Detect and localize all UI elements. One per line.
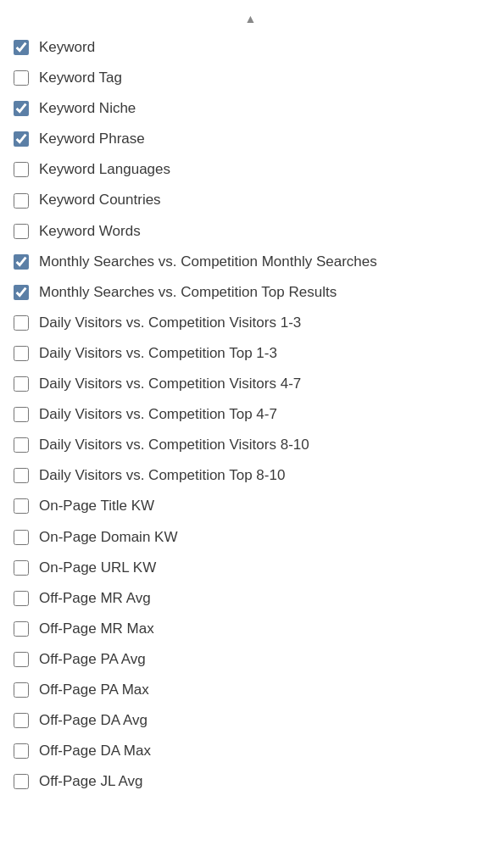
label-keyword-niche[interactable]: Keyword Niche (39, 99, 136, 118)
checkbox-off-page-da-max[interactable] (14, 743, 29, 759)
checkbox-item-on-page-url-kw[interactable]: On-Page URL KW (10, 553, 491, 583)
checkbox-monthly-searches-competition-monthly[interactable] (14, 254, 29, 270)
label-monthly-searches-competition-top[interactable]: Monthly Searches vs. Competition Top Res… (39, 283, 337, 302)
label-daily-visitors-competition-top-4-7[interactable]: Daily Visitors vs. Competition Top 4-7 (39, 405, 277, 424)
checkbox-off-page-pa-avg[interactable] (14, 652, 29, 667)
checkbox-item-daily-visitors-competition-top-1-3[interactable]: Daily Visitors vs. Competition Top 1-3 (10, 338, 491, 369)
checkbox-item-off-page-jl-avg[interactable]: Off-Page JL Avg (10, 766, 491, 797)
checkbox-daily-visitors-competition-visitors-1-3[interactable] (14, 315, 29, 331)
checkbox-off-page-da-avg[interactable] (14, 713, 29, 728)
label-off-page-jl-avg[interactable]: Off-Page JL Avg (39, 772, 143, 791)
checkbox-daily-visitors-competition-top-4-7[interactable] (14, 407, 29, 422)
label-keyword-tag[interactable]: Keyword Tag (39, 69, 122, 87)
checkbox-item-monthly-searches-competition-top[interactable]: Monthly Searches vs. Competition Top Res… (10, 277, 491, 308)
label-keyword[interactable]: Keyword (39, 38, 95, 57)
checkbox-daily-visitors-competition-top-8-10[interactable] (14, 468, 29, 483)
checkbox-keyword-words[interactable] (14, 224, 29, 239)
label-off-page-da-max[interactable]: Off-Page DA Max (39, 742, 151, 760)
checkbox-on-page-title-kw[interactable] (14, 498, 29, 514)
label-daily-visitors-competition-visitors-8-10[interactable]: Daily Visitors vs. Competition Visitors … (39, 436, 309, 454)
label-monthly-searches-competition-monthly[interactable]: Monthly Searches vs. Competition Monthly… (39, 253, 377, 271)
checkbox-daily-visitors-competition-top-1-3[interactable] (14, 346, 29, 361)
checkbox-item-on-page-title-kw[interactable]: On-Page Title KW (10, 491, 491, 521)
checkbox-item-on-page-domain-kw[interactable]: On-Page Domain KW (10, 522, 491, 553)
checkbox-list: KeywordKeyword TagKeyword NicheKeyword P… (0, 32, 501, 797)
checkbox-item-off-page-mr-avg[interactable]: Off-Page MR Avg (10, 583, 491, 614)
checkbox-item-daily-visitors-competition-visitors-4-7[interactable]: Daily Visitors vs. Competition Visitors … (10, 369, 491, 399)
checkbox-keyword-tag[interactable] (14, 70, 29, 86)
checkbox-item-off-page-pa-max[interactable]: Off-Page PA Max (10, 675, 491, 705)
checkbox-item-daily-visitors-competition-top-4-7[interactable]: Daily Visitors vs. Competition Top 4-7 (10, 399, 491, 430)
checkbox-item-keyword-tag[interactable]: Keyword Tag (10, 63, 491, 93)
checkbox-item-off-page-mr-max[interactable]: Off-Page MR Max (10, 614, 491, 644)
label-off-page-da-avg[interactable]: Off-Page DA Avg (39, 711, 148, 730)
checkbox-off-page-mr-max[interactable] (14, 621, 29, 637)
label-keyword-languages[interactable]: Keyword Languages (39, 160, 170, 179)
checkbox-off-page-pa-max[interactable] (14, 682, 29, 698)
label-off-page-mr-avg[interactable]: Off-Page MR Avg (39, 589, 151, 608)
checkbox-keyword[interactable] (14, 40, 29, 55)
checkbox-off-page-mr-avg[interactable] (14, 591, 29, 606)
label-daily-visitors-competition-visitors-4-7[interactable]: Daily Visitors vs. Competition Visitors … (39, 375, 301, 393)
label-on-page-title-kw[interactable]: On-Page Title KW (39, 497, 154, 515)
checkbox-on-page-url-kw[interactable] (14, 560, 29, 576)
label-daily-visitors-competition-visitors-1-3[interactable]: Daily Visitors vs. Competition Visitors … (39, 314, 301, 332)
checkbox-item-keyword-niche[interactable]: Keyword Niche (10, 93, 491, 124)
checkbox-keyword-languages[interactable] (14, 162, 29, 177)
checkbox-item-keyword[interactable]: Keyword (10, 32, 491, 63)
checkbox-keyword-countries[interactable] (14, 193, 29, 209)
checkbox-item-off-page-da-max[interactable]: Off-Page DA Max (10, 736, 491, 766)
checkbox-item-daily-visitors-competition-visitors-8-10[interactable]: Daily Visitors vs. Competition Visitors … (10, 430, 491, 460)
label-daily-visitors-competition-top-1-3[interactable]: Daily Visitors vs. Competition Top 1-3 (39, 344, 277, 363)
label-keyword-words[interactable]: Keyword Words (39, 222, 141, 241)
label-daily-visitors-competition-top-8-10[interactable]: Daily Visitors vs. Competition Top 8-10 (39, 466, 285, 485)
label-off-page-pa-avg[interactable]: Off-Page PA Avg (39, 650, 146, 669)
checkbox-item-keyword-languages[interactable]: Keyword Languages (10, 154, 491, 185)
checkbox-item-keyword-words[interactable]: Keyword Words (10, 216, 491, 247)
label-off-page-pa-max[interactable]: Off-Page PA Max (39, 681, 149, 699)
label-on-page-url-kw[interactable]: On-Page URL KW (39, 559, 156, 577)
checkbox-on-page-domain-kw[interactable] (14, 530, 29, 545)
checkbox-item-monthly-searches-competition-monthly[interactable]: Monthly Searches vs. Competition Monthly… (10, 247, 491, 277)
checkbox-item-keyword-phrase[interactable]: Keyword Phrase (10, 124, 491, 154)
top-arrow-indicator (0, 8, 501, 32)
label-off-page-mr-max[interactable]: Off-Page MR Max (39, 620, 154, 638)
label-on-page-domain-kw[interactable]: On-Page Domain KW (39, 528, 177, 547)
checkbox-monthly-searches-competition-top[interactable] (14, 285, 29, 300)
checkbox-keyword-phrase[interactable] (14, 131, 29, 147)
checkbox-item-off-page-pa-avg[interactable]: Off-Page PA Avg (10, 644, 491, 675)
checkbox-item-off-page-da-avg[interactable]: Off-Page DA Avg (10, 705, 491, 736)
label-keyword-phrase[interactable]: Keyword Phrase (39, 130, 145, 148)
label-keyword-countries[interactable]: Keyword Countries (39, 191, 161, 209)
checkbox-keyword-niche[interactable] (14, 101, 29, 116)
checkbox-item-daily-visitors-competition-visitors-1-3[interactable]: Daily Visitors vs. Competition Visitors … (10, 308, 491, 338)
checkbox-item-daily-visitors-competition-top-8-10[interactable]: Daily Visitors vs. Competition Top 8-10 (10, 460, 491, 491)
checkbox-off-page-jl-avg[interactable] (14, 774, 29, 789)
checkbox-daily-visitors-competition-visitors-4-7[interactable] (14, 376, 29, 392)
checkbox-item-keyword-countries[interactable]: Keyword Countries (10, 185, 491, 215)
checkbox-daily-visitors-competition-visitors-8-10[interactable] (14, 437, 29, 453)
